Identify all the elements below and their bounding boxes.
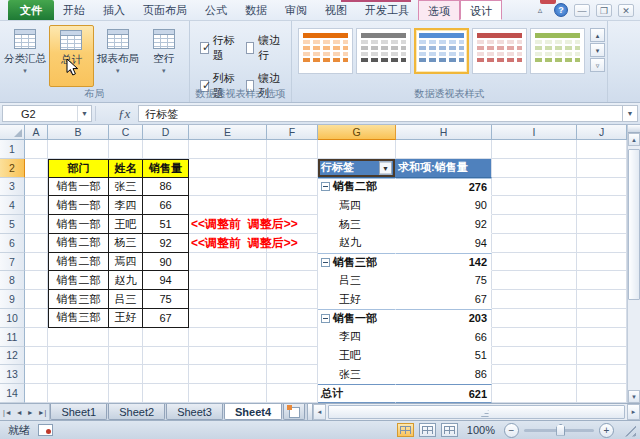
name-box-dropdown-icon[interactable]: ▼ — [77, 106, 91, 121]
cell[interactable] — [492, 159, 577, 178]
cell[interactable] — [109, 365, 143, 384]
cell[interactable] — [25, 234, 48, 253]
help-icon[interactable]: ? — [554, 3, 568, 17]
restore-icon[interactable]: ❐ — [596, 4, 612, 17]
cell[interactable] — [577, 196, 627, 215]
pivot-value-cell[interactable]: 67 — [396, 290, 492, 309]
cell[interactable] — [492, 328, 577, 347]
cell[interactable] — [492, 365, 577, 384]
vertical-scrollbar[interactable]: ▲ ▼ — [627, 125, 640, 403]
cell[interactable] — [492, 309, 577, 328]
cell[interactable] — [189, 253, 267, 272]
pivot-item-cell[interactable]: 赵九 — [318, 234, 396, 253]
next-sheet-icon[interactable]: ► — [27, 409, 34, 416]
page-layout-view-icon[interactable] — [419, 423, 436, 437]
cell[interactable] — [492, 347, 577, 366]
row-header-7[interactable]: 7 — [0, 253, 25, 272]
cell[interactable] — [25, 271, 48, 290]
pivot-value-cell[interactable]: 94 — [396, 234, 492, 253]
pivot-item-cell[interactable]: 李四 — [318, 328, 396, 347]
sheet-tab-sheet3[interactable]: Sheet3 — [166, 404, 223, 420]
cell[interactable] — [143, 365, 189, 384]
cell[interactable] — [267, 178, 318, 197]
style-swatch-red[interactable] — [472, 28, 527, 74]
pivot-item-cell[interactable]: 王好 — [318, 290, 396, 309]
cell[interactable] — [189, 196, 267, 215]
report-layout-button[interactable]: 报表布局 ▾ — [96, 25, 140, 87]
scroll-up-icon[interactable]: ▲ — [628, 133, 640, 146]
sheet-tab-sheet2[interactable]: Sheet2 — [108, 404, 165, 420]
sheet-tab-sheet4-active[interactable]: Sheet4 — [224, 404, 282, 420]
cell[interactable] — [267, 347, 318, 366]
col-header-D[interactable]: D — [143, 125, 189, 140]
source-cell[interactable]: 75 — [143, 290, 189, 309]
col-header-C[interactable]: C — [109, 125, 143, 140]
blank-rows-button[interactable]: 空行 ▾ — [142, 25, 186, 87]
cell[interactable] — [48, 384, 109, 403]
cell[interactable] — [48, 365, 109, 384]
cell[interactable] — [189, 159, 267, 178]
col-header-F[interactable]: F — [267, 125, 318, 140]
source-cell[interactable]: 90 — [143, 253, 189, 272]
cell[interactable] — [492, 384, 577, 403]
source-cell[interactable]: 86 — [143, 178, 189, 197]
source-cell[interactable]: 66 — [143, 196, 189, 215]
cell[interactable] — [492, 234, 577, 253]
cell[interactable] — [577, 347, 627, 366]
minimize-icon[interactable]: — — [574, 4, 590, 17]
cell[interactable] — [143, 328, 189, 347]
cell[interactable] — [189, 309, 267, 328]
source-cell[interactable]: 67 — [143, 309, 189, 328]
style-swatch-green[interactable] — [530, 28, 585, 74]
cell[interactable] — [25, 290, 48, 309]
cell[interactable] — [577, 215, 627, 234]
cell[interactable] — [25, 178, 48, 197]
pivot-group-cell[interactable]: 销售三部 — [318, 253, 396, 272]
pivot-grand-total-cell[interactable]: 总计 — [318, 384, 396, 403]
pivot-item-cell[interactable]: 王吧 — [318, 347, 396, 366]
source-cell[interactable]: 销售一部 — [48, 215, 109, 234]
name-box[interactable]: G2 ▼ — [2, 105, 92, 122]
cell[interactable] — [267, 159, 318, 178]
source-cell[interactable]: 李四 — [109, 196, 143, 215]
cell[interactable] — [189, 140, 267, 159]
formula-input[interactable]: 行标签 — [138, 105, 622, 122]
cell[interactable] — [25, 365, 48, 384]
cell[interactable] — [25, 347, 48, 366]
source-cell[interactable]: 焉四 — [109, 253, 143, 272]
collapse-icon[interactable] — [321, 314, 330, 323]
tab-page-layout[interactable]: 页面布局 — [134, 0, 196, 20]
col-header-B[interactable]: B — [48, 125, 109, 140]
cell[interactable] — [189, 384, 267, 403]
source-cell[interactable]: 王吧 — [109, 215, 143, 234]
gallery-more-icon[interactable]: ▿ — [590, 58, 605, 72]
cell[interactable] — [492, 178, 577, 197]
cell[interactable] — [577, 384, 627, 403]
vertical-scroll-track[interactable] — [628, 146, 640, 390]
horizontal-scrollbar[interactable]: ◄ ► — [313, 404, 640, 420]
pivot-value-cell[interactable]: 51 — [396, 347, 492, 366]
cell[interactable] — [143, 140, 189, 159]
tab-formulas[interactable]: 公式 — [196, 0, 236, 20]
cell[interactable] — [25, 140, 48, 159]
checkbox-row-headers[interactable]: 行标题 — [200, 33, 236, 63]
cell[interactable] — [189, 271, 267, 290]
row-header-12[interactable]: 12 — [0, 347, 25, 366]
source-cell[interactable]: 销售一部 — [48, 196, 109, 215]
col-header-E[interactable]: E — [189, 125, 267, 140]
cell[interactable] — [48, 328, 109, 347]
cell[interactable] — [109, 347, 143, 366]
sheet-tab-sheet1[interactable]: Sheet1 — [50, 404, 107, 420]
source-cell[interactable]: 92 — [143, 234, 189, 253]
pivot-item-cell[interactable]: 张三 — [318, 365, 396, 384]
source-cell[interactable]: 销售三部 — [48, 290, 109, 309]
page-break-view-icon[interactable] — [441, 423, 458, 437]
tab-insert[interactable]: 插入 — [94, 0, 134, 20]
select-all-corner[interactable] — [0, 125, 25, 140]
cell[interactable] — [492, 253, 577, 272]
style-swatch-blue-selected[interactable] — [414, 28, 469, 74]
pivot-value-cell[interactable]: 203 — [396, 309, 492, 328]
pivot-value-cell[interactable]: 276 — [396, 178, 492, 197]
cell[interactable] — [189, 347, 267, 366]
pivot-value-cell[interactable]: 75 — [396, 271, 492, 290]
